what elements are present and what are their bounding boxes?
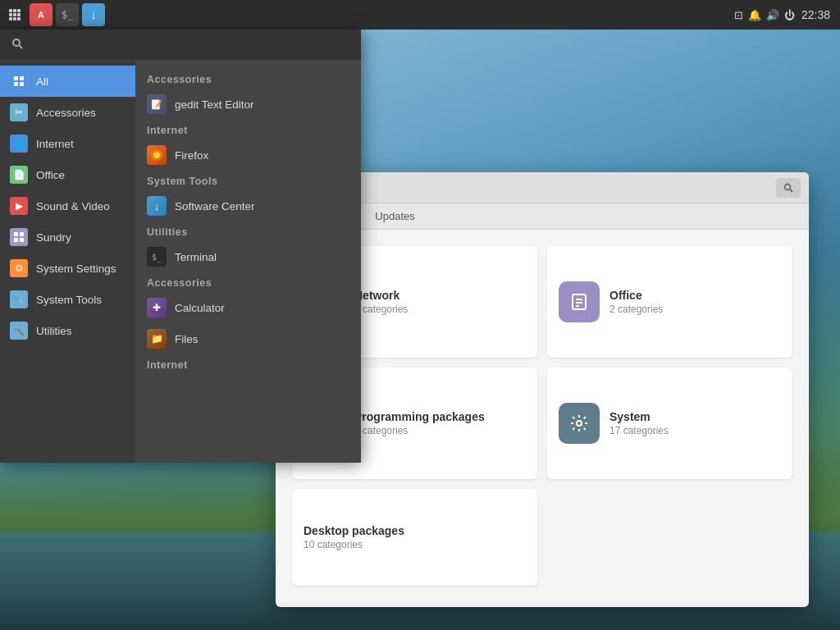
svg-rect-17 xyxy=(14,238,18,242)
svg-rect-12 xyxy=(20,76,24,80)
programming-category-count: 5 categories xyxy=(354,425,485,436)
panel-item-files[interactable]: 📁 Files xyxy=(135,323,361,354)
search-icon xyxy=(11,38,23,52)
sidebar-item-office[interactable]: 📄 Office xyxy=(0,159,135,190)
svg-rect-18 xyxy=(20,238,24,242)
files-icon: 📁 xyxy=(147,329,167,349)
office-category-name: Office xyxy=(609,289,663,302)
svg-line-10 xyxy=(20,46,23,49)
svg-rect-3 xyxy=(9,13,12,16)
svg-point-29 xyxy=(577,421,582,426)
category-office[interactable]: Office 2 categories xyxy=(547,246,792,358)
category-desktop[interactable]: Desktop packages 10 categories xyxy=(292,489,537,586)
svg-rect-0 xyxy=(9,9,12,12)
download-taskbar-icon[interactable]: ↓ xyxy=(82,3,105,26)
sidebar-item-sundry-label: Sundry xyxy=(36,231,71,244)
svg-rect-2 xyxy=(17,9,21,12)
panel-item-software-center[interactable]: ↓ Software Center xyxy=(135,190,361,221)
sidebar-item-sound-video-label: Sound & Video xyxy=(36,200,110,212)
section-header-internet: Internet xyxy=(135,120,361,139)
svg-rect-8 xyxy=(17,17,21,21)
sidebar-item-all[interactable]: All xyxy=(0,66,135,97)
office-category-icon xyxy=(559,281,600,322)
system-category-info: System 17 categories xyxy=(609,410,669,436)
panel-item-calculator-label: Calculator xyxy=(175,302,225,314)
section-header-system-tools: System Tools xyxy=(135,171,361,190)
system-category-name: System xyxy=(609,410,669,423)
internet-icon: 🌐 xyxy=(10,135,28,153)
panel-item-files-label: Files xyxy=(175,333,199,345)
network-category-count: 8 categories xyxy=(354,304,408,315)
svg-rect-16 xyxy=(20,232,24,236)
sidebar-item-sundry[interactable]: Sundry xyxy=(0,221,135,253)
network-category-info: Network 8 categories xyxy=(354,289,408,315)
terminal-taskbar-icon[interactable]: $_ xyxy=(56,3,79,26)
programming-category-info: Programming packages 5 categories xyxy=(354,410,485,436)
programming-category-name: Programming packages xyxy=(354,410,485,423)
svg-point-20 xyxy=(153,152,160,158)
sidebar-item-system-settings[interactable]: ⚙ System Settings xyxy=(0,253,135,284)
svg-rect-13 xyxy=(14,82,18,86)
panel-item-calculator[interactable]: ✚ Calculator xyxy=(135,292,361,323)
search-bar xyxy=(0,30,361,61)
panel-item-firefox[interactable]: Firefox xyxy=(135,139,361,171)
firefox-icon xyxy=(147,145,167,165)
svg-rect-1 xyxy=(13,9,16,12)
tab-updates[interactable]: Updates xyxy=(358,203,431,229)
section-header-accessories-1: Accessories xyxy=(135,69,361,89)
svg-rect-6 xyxy=(9,17,12,21)
app-menu: All ✂ Accessories 🌐 Internet 📄 Office ▶ … xyxy=(0,30,361,463)
sidebar-item-system-tools[interactable]: 🔧 System Tools xyxy=(0,284,135,315)
system-tools-icon: 🔧 xyxy=(10,290,28,308)
menu-panel: Accessories 📝 gedit Text Editor Internet… xyxy=(135,61,361,463)
panel-item-gedit-label: gedit Text Editor xyxy=(175,98,254,111)
svg-rect-15 xyxy=(14,232,18,236)
svg-rect-7 xyxy=(13,17,16,21)
gedit-icon: 📝 xyxy=(147,94,167,114)
sidebar-item-utilities[interactable]: 🔨 Utilities xyxy=(0,315,135,346)
apps-grid-icon[interactable] xyxy=(3,3,26,26)
system-category-count: 17 categories xyxy=(609,425,669,436)
office-category-info: Office 2 categories xyxy=(609,289,663,315)
menu-sidebar: All ✂ Accessories 🌐 Internet 📄 Office ▶ … xyxy=(0,61,135,463)
desktop-category-count: 10 categories xyxy=(304,539,404,550)
accessories-icon: ✂ xyxy=(10,103,28,121)
sidebar-item-accessories[interactable]: ✂ Accessories xyxy=(0,97,135,128)
svg-rect-4 xyxy=(13,13,16,16)
section-header-accessories-2: Accessories xyxy=(135,272,361,292)
svg-rect-5 xyxy=(17,13,21,16)
section-header-internet-2: Internet xyxy=(135,354,361,374)
svg-line-22 xyxy=(790,189,792,192)
panel-item-gedit[interactable]: 📝 gedit Text Editor xyxy=(135,89,361,120)
sidebar-item-system-tools-label: System Tools xyxy=(36,294,102,306)
panel-item-terminal[interactable]: $_ Terminal xyxy=(135,241,361,272)
panel-item-terminal-label: Terminal xyxy=(175,251,217,263)
office-category-count: 2 categories xyxy=(609,304,663,315)
calculator-icon: ✚ xyxy=(147,298,167,317)
volume-tray-icon[interactable]: 🔊 xyxy=(766,9,779,21)
network-category-name: Network xyxy=(354,289,408,302)
sidebar-item-sound-video[interactable]: ▶ Sound & Video xyxy=(0,190,135,221)
taskbar-left: A $_ ↓ xyxy=(0,3,108,26)
power-tray-icon[interactable]: ⏻ xyxy=(784,9,795,21)
system-tray-icons: ⊡ 🔔 🔊 ⏻ xyxy=(734,9,795,21)
section-header-utilities: Utilities xyxy=(135,221,361,241)
svg-point-9 xyxy=(13,39,20,46)
sidebar-item-office-label: Office xyxy=(36,169,65,181)
notification-tray-icon[interactable]: 🔔 xyxy=(748,9,761,21)
apps-menu-icon[interactable]: A xyxy=(30,3,52,26)
window-search-icon[interactable] xyxy=(776,178,801,198)
svg-point-21 xyxy=(785,184,791,189)
office-sidebar-icon: 📄 xyxy=(10,166,28,184)
sidebar-item-internet-label: Internet xyxy=(36,138,74,150)
search-input[interactable] xyxy=(30,39,349,52)
category-system[interactable]: System 17 categories xyxy=(547,368,792,479)
system-category-icon xyxy=(559,403,600,444)
sidebar-item-accessories-label: Accessories xyxy=(36,107,96,119)
panel-item-software-center-label: Software Center xyxy=(175,200,255,212)
desktop-category-name: Desktop packages xyxy=(304,524,404,537)
desktop-category-info: Desktop packages 10 categories xyxy=(304,524,404,550)
sundry-icon xyxy=(10,228,28,246)
network-tray-icon[interactable]: ⊡ xyxy=(734,9,743,21)
sidebar-item-internet[interactable]: 🌐 Internet xyxy=(0,128,135,159)
